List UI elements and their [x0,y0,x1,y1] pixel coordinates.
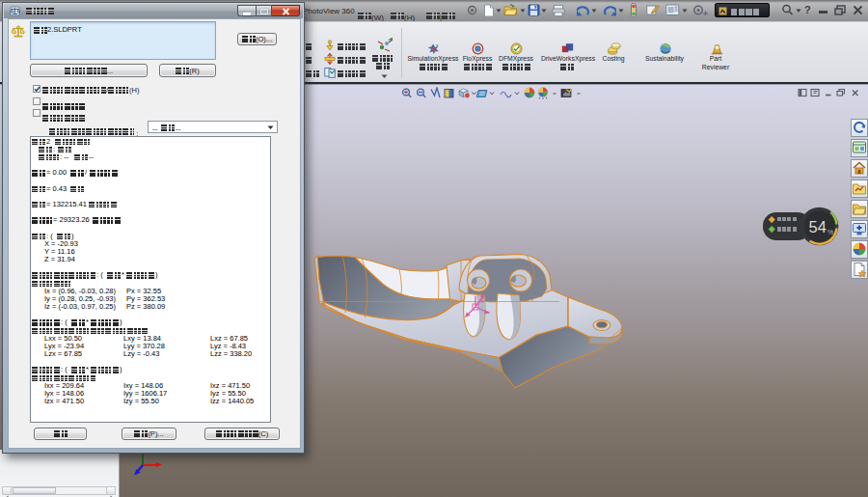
svg-text:54: 54 [809,218,827,235]
svg-text:%: % [827,229,833,235]
